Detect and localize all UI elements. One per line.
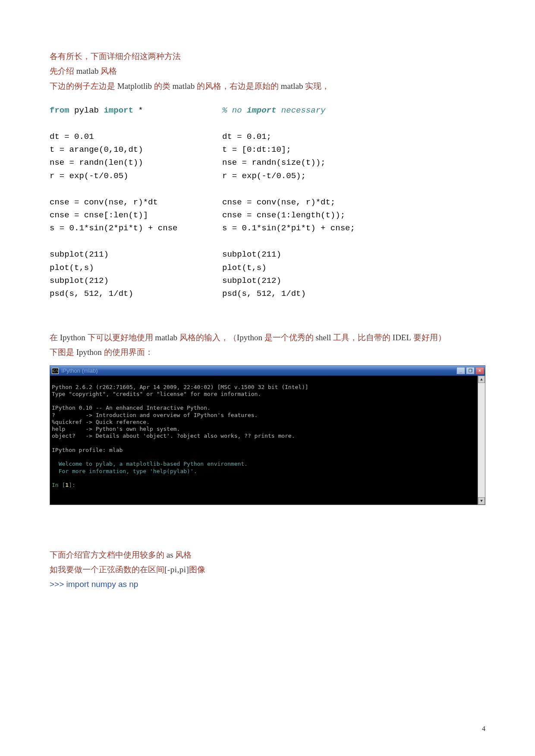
terminal-line: Welcome to pylab, a matplotlib-based Pyt… — [52, 461, 248, 467]
code-line: subplot(211) — [222, 248, 485, 261]
t: Ipython — [237, 333, 262, 342]
intro-line-2: 先介绍 matlab 风格 — [50, 64, 485, 78]
minimize-button[interactable]: _ — [456, 367, 465, 374]
t: 下图是 — [50, 348, 76, 357]
text-d: matlab — [172, 82, 195, 91]
prompt-in: In [ — [52, 482, 65, 488]
mid-line-2: 下图是 Ipython 的使用界面： — [50, 345, 485, 359]
kw-import: import — [104, 106, 133, 115]
code-line: cnse = cnse(1:length(t)); — [222, 209, 485, 222]
text-b: matlab — [76, 66, 99, 75]
intro-line-3: 下边的例子左边是 Matplotlib 的类 matlab 的风格，右边是原始的… — [50, 79, 485, 93]
code-line: dt = 0.01; — [222, 130, 485, 143]
bottom-line-1: 下面介绍官方文档中使用较多的 as 风格 — [50, 548, 485, 562]
t: 的使用界面： — [102, 348, 153, 357]
terminal-line: %quickref -> Quick reference. — [52, 419, 150, 425]
text-c: 风格 — [98, 66, 117, 75]
t: import — [247, 106, 276, 115]
t: as — [167, 550, 173, 559]
text: 各有所长，下面详细介绍这两种方法 — [50, 52, 181, 61]
t: 下面介绍官方文档中使用较多的 — [50, 550, 167, 559]
code-import-line: >>> import numpy as np — [50, 580, 138, 589]
terminal-line: Python 2.6.2 (r262:71605, Apr 14 2009, 2… — [52, 384, 308, 390]
mid-line-1: 在 Ipython 下可以更好地使用 matlab 风格的输入，（Ipython… — [50, 331, 485, 345]
maximize-button[interactable]: ❐ — [466, 367, 475, 374]
t: matlab — [155, 333, 177, 342]
code-line: nse = randn(len(t)) — [50, 156, 222, 169]
terminal-line: ? -> Introduction and overview of IPytho… — [52, 412, 258, 418]
code-line: subplot(212) — [222, 274, 485, 287]
terminal-body[interactable]: Python 2.6.2 (r262:71605, Apr 14 2009, 2… — [50, 376, 485, 505]
code-line: cnse = conv(nse, r)*dt; — [222, 196, 485, 209]
text-e: 的风格，右边是原始的 — [195, 82, 281, 91]
code-line: subplot(212) — [50, 274, 222, 287]
t: 风格 — [173, 550, 192, 559]
terminal-line: IPython 0.10 -- An enhanced Interactive … — [52, 405, 211, 411]
t: 工具，比自带的 — [331, 333, 393, 342]
prompt-num: 1 — [65, 482, 69, 488]
t: Ipython — [76, 348, 102, 357]
t: necessary — [276, 106, 325, 115]
scroll-down-button[interactable]: ▼ — [478, 497, 485, 505]
code-right-col: % no import necessary dt = 0.01; t = [0:… — [222, 104, 485, 301]
t: shell — [315, 333, 331, 342]
code-line: s = 0.1*sin(2*pi*t) + cnse; — [222, 222, 485, 235]
terminal-line: object? -> Details about 'object'. ?obje… — [52, 433, 295, 439]
terminal-scrollbar[interactable]: ▲ ▼ — [478, 376, 485, 505]
page-number: 4 — [482, 723, 485, 734]
text-b: Matplotlib — [117, 82, 152, 91]
terminal-line: IPython profile: mlab — [52, 447, 123, 453]
code-left-col: from pylab import * dt = 0.01 t = arange… — [50, 104, 222, 301]
code-line: plot(t,s) — [50, 261, 222, 274]
code-line: subplot(211) — [50, 248, 222, 261]
t: [-pi,pi] — [164, 565, 189, 574]
text-f: matlab — [281, 82, 303, 91]
t: 在 — [50, 333, 60, 342]
t: 下可以更好地使用 — [85, 333, 155, 342]
code-line: cnse = cnse[:len(t)] — [50, 209, 222, 222]
code-line: cnse = conv(nse, r)*dt — [50, 196, 222, 209]
terminal-title: IPython (mlab) — [61, 366, 98, 376]
kw-from: from — [50, 106, 69, 115]
t: 图像 — [189, 565, 205, 574]
text-a: 先介绍 — [50, 66, 76, 75]
code-line: psd(s, 512, 1/dt) — [222, 287, 485, 300]
t: * — [133, 106, 143, 115]
terminal-line: Type "copyright", "credits" or "license"… — [52, 391, 261, 397]
t: 如我要做一个正弦函数的在区间 — [50, 565, 164, 574]
bottom-line-3: >>> import numpy as np — [50, 577, 485, 591]
t: 风格的输入，（ — [177, 333, 237, 342]
t: 要好用） — [411, 333, 446, 342]
code-line: r = exp(-t/0.05) — [50, 169, 222, 182]
code-line: nse = randn(size(t)); — [222, 156, 485, 169]
terminal-icon: C:\ — [52, 368, 59, 374]
t: % no — [222, 106, 247, 115]
scroll-up-button[interactable]: ▲ — [478, 376, 485, 383]
code-line: t = [0:dt:10]; — [222, 143, 485, 156]
code-comparison: from pylab import * dt = 0.01 t = arange… — [50, 104, 485, 301]
intro-line-1: 各有所长，下面详细介绍这两种方法 — [50, 50, 485, 63]
close-button[interactable]: × — [475, 367, 484, 374]
code-line: psd(s, 512, 1/dt) — [50, 287, 222, 300]
code-line: dt = 0.01 — [50, 130, 222, 143]
t: IDEL — [393, 333, 411, 342]
bottom-line-2: 如我要做一个正弦函数的在区间[-pi,pi]图像 — [50, 563, 485, 577]
terminal-line: help -> Python's own help system. — [52, 426, 180, 432]
text-g: 实现， — [303, 82, 330, 91]
code-line: plot(t,s) — [222, 261, 485, 274]
terminal-window: C:\ IPython (mlab) _ ❐ × Python 2.6.2 (r… — [50, 365, 485, 505]
t: Ipython — [60, 333, 85, 342]
prompt-close: ]: — [69, 482, 76, 488]
t: pylab — [69, 106, 104, 115]
code-line: t = arange(0,10,dt) — [50, 143, 222, 156]
terminal-line: For more information, type 'help(pylab)'… — [52, 468, 197, 474]
code-line: r = exp(-t/0.05); — [222, 169, 485, 182]
terminal-titlebar: C:\ IPython (mlab) _ ❐ × — [50, 366, 485, 376]
text-c: 的类 — [152, 82, 173, 91]
t: 是一个优秀的 — [262, 333, 316, 342]
text-a: 下边的例子左边是 — [50, 82, 117, 91]
code-line: s = 0.1*sin(2*pi*t) + cnse — [50, 222, 222, 235]
